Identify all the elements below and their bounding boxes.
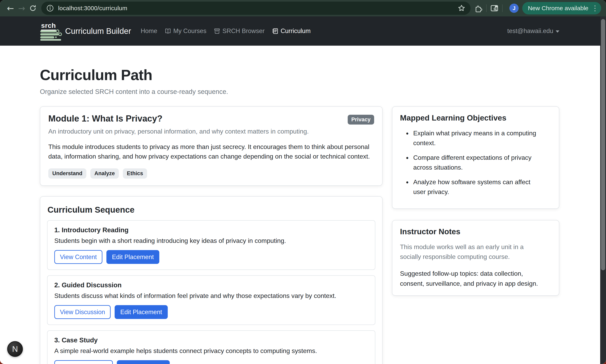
tag-understand: Understand: [48, 168, 86, 179]
nav-link-label: My Courses: [173, 27, 206, 35]
sequence-item-description: Students begin with a short reading intr…: [54, 237, 368, 245]
view-content-button[interactable]: View Content: [54, 250, 102, 264]
account-email: test@hawaii.edu: [507, 27, 553, 35]
tag-analyze: Analyze: [90, 168, 119, 179]
browser-toolbar: ← → localhost:3000/curriculum: [0, 0, 606, 16]
sequence-item-description: Students discuss what kinds of informati…: [54, 292, 368, 299]
chrome-update-button[interactable]: New Chrome available ⋮: [522, 2, 601, 14]
logo-text: srch: [41, 22, 56, 30]
forward-icon[interactable]: →: [16, 3, 27, 14]
account-dropdown[interactable]: test@hawaii.edu: [507, 27, 559, 35]
objectives-title: Mapped Learning Objectives: [400, 114, 551, 122]
bookmark-star-icon[interactable]: [457, 4, 466, 13]
nav-link-home[interactable]: Home: [141, 27, 157, 35]
sequence-card: Curriculum Sequence 1. Introductory Read…: [40, 196, 383, 364]
page-subtitle: Organize selected SRCH content into a co…: [40, 88, 559, 95]
toolbar-divider: [502, 4, 503, 12]
instructor-notes-title: Instructor Notes: [400, 227, 551, 236]
journal-icon: [272, 28, 279, 34]
module-summary: An introductory unit on privacy, persona…: [48, 128, 374, 135]
sequence-item-description: A simple real-world example helps studen…: [54, 347, 368, 355]
edit-placement-button[interactable]: Edit Placement: [115, 305, 168, 319]
archive-icon: [214, 28, 220, 34]
site-info-icon[interactable]: [46, 4, 54, 12]
edit-placement-button[interactable]: Edit Placement: [117, 360, 170, 364]
scrollbar-thumb[interactable]: [601, 19, 605, 270]
reload-icon[interactable]: [27, 3, 39, 14]
objectives-list: Explain what privacy means in a computin…: [406, 128, 551, 197]
nav-link-label: Curriculum: [281, 27, 311, 35]
back-icon[interactable]: ←: [5, 3, 16, 14]
address-bar[interactable]: localhost:3000/curriculum: [41, 2, 471, 15]
objective-item: Explain what privacy means in a computin…: [406, 128, 544, 148]
brand-link[interactable]: srch Curriculum Builder: [40, 21, 131, 41]
module-description: This module introduces students to priva…: [48, 142, 377, 161]
instructor-note-paragraph: Suggested follow-up topics: data collect…: [400, 269, 540, 288]
view-case-study-button[interactable]: View Case Study: [54, 360, 113, 364]
srch-logo-icon: srch: [40, 21, 62, 41]
toolbar-divider: [486, 4, 486, 12]
url-text: localhost:3000/curriculum: [58, 5, 127, 12]
nextjs-dev-badge[interactable]: N: [7, 341, 23, 357]
kebab-menu-icon[interactable]: ⋮: [590, 4, 600, 13]
instructor-notes-card: Instructor Notes This module works well …: [392, 220, 559, 296]
nav-link-my-courses[interactable]: My Courses: [164, 27, 206, 35]
chrome-update-label: New Chrome available: [528, 5, 588, 12]
extensions-puzzle-icon[interactable]: [474, 4, 483, 13]
objectives-card: Mapped Learning Objectives Explain what …: [392, 106, 559, 209]
sequence-item-2: 2. Guided Discussion Students discuss wh…: [47, 275, 375, 325]
page-title: Curriculum Path: [40, 66, 559, 83]
nav-link-srch-browser[interactable]: SRCH Browser: [214, 27, 265, 35]
module-tags: Understand Analyze Ethics: [48, 168, 374, 179]
page-content: Curriculum Path Organize selected SRCH c…: [0, 46, 606, 364]
brand-name: Curriculum Builder: [65, 27, 131, 36]
profile-avatar[interactable]: J: [509, 4, 519, 13]
module-topic-badge: Privacy: [348, 115, 374, 125]
sequence-item-1: 1. Introductory Reading Students begin w…: [47, 220, 375, 270]
objective-item: Compare different expectations of privac…: [406, 153, 544, 172]
module-title: Module 1: What Is Privacy?: [48, 114, 162, 124]
sequence-item-title: 3. Case Study: [54, 336, 368, 344]
side-column: Mapped Learning Objectives Explain what …: [392, 106, 559, 296]
main-column: Module 1: What Is Privacy? Privacy An in…: [40, 106, 383, 364]
nav-link-label: SRCH Browser: [222, 27, 265, 35]
instructor-note-paragraph: This module works well as an early unit …: [400, 242, 540, 262]
tag-ethics: Ethics: [123, 168, 147, 179]
sequence-item-title: 2. Guided Discussion: [54, 281, 368, 289]
module-card: Module 1: What Is Privacy? Privacy An in…: [40, 106, 383, 186]
site-navbar: srch Curriculum Builder Home My Courses: [0, 16, 606, 46]
view-discussion-button[interactable]: View Discussion: [54, 305, 111, 319]
sequence-item-3: 3. Case Study A simple real-world exampl…: [47, 330, 375, 364]
objective-item: Analyze how software systems can affect …: [406, 177, 544, 197]
nav-link-label: Home: [141, 27, 157, 35]
nav-link-curriculum[interactable]: Curriculum: [272, 27, 311, 35]
edit-placement-button[interactable]: Edit Placement: [107, 250, 160, 264]
tab-search-panel-icon[interactable]: [490, 4, 499, 13]
browser-window: ← → localhost:3000/curriculum: [0, 0, 606, 364]
scrollbar-track: [600, 16, 606, 364]
caret-down-icon: [556, 30, 559, 33]
sequence-title: Curriculum Sequence: [48, 205, 375, 215]
nav-links: Home My Courses: [141, 27, 311, 35]
sequence-item-title: 1. Introductory Reading: [54, 226, 368, 234]
book-icon: [164, 28, 171, 34]
